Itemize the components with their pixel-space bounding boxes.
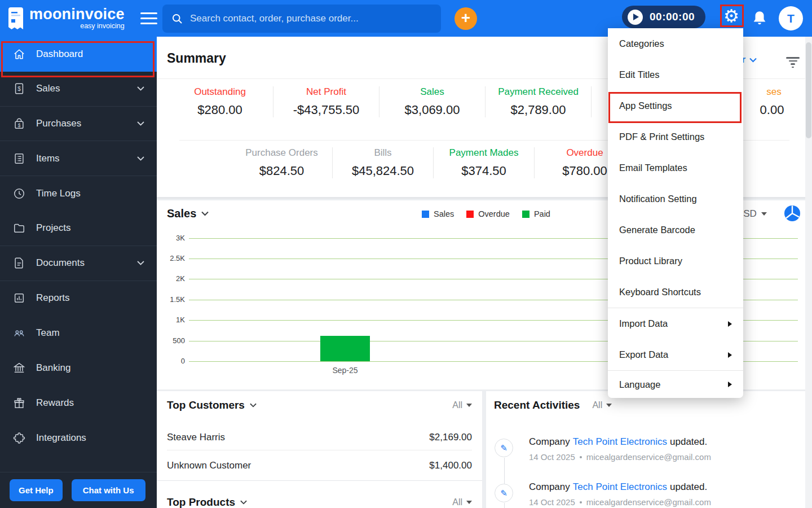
- card-title-label: Recent Activities: [494, 399, 580, 411]
- customer-name: Steave Harris: [167, 432, 225, 443]
- y-tick: 500: [157, 336, 185, 345]
- summary-stats-row-2: Purchase Orders $824.50 Bills $45,824.50…: [231, 147, 635, 178]
- stat-label: Sales: [379, 86, 485, 98]
- scrollbar-thumb[interactable]: [806, 42, 811, 138]
- menu-item-generate-barcode[interactable]: Generate Barcode: [608, 214, 743, 246]
- menu-item-label: Language: [619, 379, 660, 390]
- activity-email: micealgardenservice@gmail.com: [586, 497, 711, 507]
- chart-title-selector[interactable]: Sales: [167, 207, 209, 220]
- activity-date: 14 Oct 2025: [529, 452, 575, 462]
- list-icon: [12, 152, 26, 165]
- home-icon: [12, 47, 26, 61]
- top-products-filter[interactable]: All: [452, 497, 472, 507]
- stat-label: Bills: [333, 147, 433, 159]
- sidebar-item-label: Purchases: [36, 118, 81, 129]
- card-title-label: Top Products: [167, 496, 235, 508]
- menu-item-product-library[interactable]: Product Library: [608, 246, 743, 277]
- settings-dropdown-menu: Categories Edit Titles App Settings PDF …: [608, 28, 743, 398]
- sidebar-item-sales[interactable]: $ Sales: [0, 72, 157, 107]
- top-customers-header: Top Customers All: [157, 391, 482, 411]
- gift-icon: [12, 396, 26, 410]
- scrollbar-track[interactable]: [805, 37, 812, 508]
- timer-widget[interactable]: 00:00:00: [622, 6, 705, 28]
- legend-item-sales: Sales: [422, 209, 454, 218]
- settings-gear-icon[interactable]: ⚙: [723, 5, 739, 28]
- stat-label: Purchase Orders: [231, 147, 332, 159]
- customer-row[interactable]: Steave Harris $2,169.00: [167, 432, 472, 443]
- sidebar-item-projects[interactable]: Projects: [0, 211, 157, 246]
- filter-label: All: [452, 400, 462, 410]
- chevron-down-icon: [201, 211, 209, 216]
- add-new-button[interactable]: +: [454, 7, 477, 30]
- sidebar-item-label: Projects: [36, 222, 70, 234]
- stat-value: $3,069.00: [379, 103, 485, 117]
- sidebar-item-dashboard[interactable]: Dashboard: [0, 37, 157, 72]
- search-bar[interactable]: [162, 5, 441, 33]
- top-customers-title-selector[interactable]: Top Customers: [167, 399, 257, 411]
- chevron-down-icon: [137, 261, 144, 265]
- submenu-arrow-icon: [728, 321, 732, 327]
- activity-company-link[interactable]: Tech Point Electronics: [573, 481, 667, 493]
- stat-label: Net Profit: [273, 86, 379, 98]
- clock-icon: [12, 187, 26, 200]
- notifications-bell-icon[interactable]: [752, 10, 767, 26]
- customer-amount: $2,169.00: [429, 432, 472, 443]
- sidebar-item-reports[interactable]: Reports: [0, 281, 157, 316]
- hamburger-menu-icon[interactable]: [140, 9, 157, 28]
- sidebar-item-team[interactable]: Team: [0, 316, 157, 351]
- stat-sales: Sales $3,069.00: [379, 86, 485, 117]
- sidebar-item-documents[interactable]: Documents: [0, 246, 157, 281]
- stat-value: $45,824.50: [333, 164, 433, 178]
- top-customers-filter[interactable]: All: [452, 400, 472, 410]
- get-help-button[interactable]: Get Help: [10, 479, 63, 501]
- activity-title: Company Tech Point Electronics updated.: [529, 436, 707, 448]
- activity-company-link[interactable]: Tech Point Electronics: [573, 436, 667, 448]
- menu-item-notification-setting[interactable]: Notification Setting: [608, 183, 743, 214]
- sidebar-item-rewards[interactable]: Rewards: [0, 386, 157, 421]
- legend-label: Sales: [434, 209, 454, 218]
- chat-with-us-button[interactable]: Chat with Us: [72, 479, 145, 501]
- chart-title: Sales: [167, 207, 196, 220]
- sidebar-item-banking[interactable]: Banking: [0, 351, 157, 386]
- top-products-title-selector[interactable]: Top Products: [167, 496, 247, 508]
- customer-row[interactable]: Unknown Customer $1,400.00: [167, 460, 472, 471]
- menu-item-label: Import Data: [619, 318, 668, 329]
- menu-item-pdf-print-settings[interactable]: PDF & Print Settings: [608, 121, 743, 152]
- sidebar-item-label: Documents: [36, 257, 85, 269]
- menu-item-edit-titles[interactable]: Edit Titles: [608, 59, 743, 90]
- chevron-down-icon: [250, 403, 257, 408]
- brand-logo[interactable]: mooninvoice easy invoicing: [7, 7, 125, 30]
- svg-text:$: $: [18, 122, 21, 128]
- menu-item-export-data[interactable]: Export Data: [608, 339, 743, 370]
- menu-item-language[interactable]: Language: [608, 371, 743, 398]
- user-avatar[interactable]: T: [779, 6, 803, 30]
- sidebar-item-time-logs[interactable]: Time Logs: [0, 176, 157, 211]
- sidebar-item-purchases[interactable]: $ Purchases: [0, 107, 157, 142]
- sidebar-item-label: Integrations: [36, 432, 86, 444]
- sidebar-item-label: Time Logs: [36, 188, 81, 199]
- dot-separator: [580, 456, 582, 458]
- sidebar-item-items[interactable]: Items: [0, 141, 157, 176]
- activity-title: Company Tech Point Electronics updated.: [529, 481, 707, 493]
- menu-item-email-templates[interactable]: Email Templates: [608, 152, 743, 183]
- y-tick: 1.5K: [157, 295, 185, 304]
- stat-value: $374.50: [434, 164, 534, 178]
- shopping-bag-icon: $: [12, 117, 26, 130]
- caret-down-icon: [606, 404, 612, 407]
- play-icon[interactable]: [628, 10, 643, 25]
- legend-swatch-red: [466, 211, 474, 218]
- search-icon: [171, 13, 183, 24]
- sidebar-item-integrations[interactable]: Integrations: [0, 421, 157, 456]
- menu-item-import-data[interactable]: Import Data: [608, 308, 743, 339]
- search-input[interactable]: [190, 13, 432, 24]
- filter-label: All: [452, 497, 462, 507]
- recent-activities-filter[interactable]: All: [592, 400, 612, 410]
- pie-chart-toggle-icon[interactable]: [784, 205, 801, 222]
- menu-item-categories[interactable]: Categories: [608, 28, 743, 59]
- y-tick: 1K: [157, 316, 185, 324]
- submenu-arrow-icon: [728, 352, 732, 358]
- menu-item-keyboard-shortcuts[interactable]: Keyboard Shortcuts: [608, 277, 743, 308]
- filter-icon[interactable]: [785, 55, 800, 69]
- menu-item-app-settings[interactable]: App Settings: [608, 90, 743, 121]
- chevron-down-icon: [240, 500, 247, 505]
